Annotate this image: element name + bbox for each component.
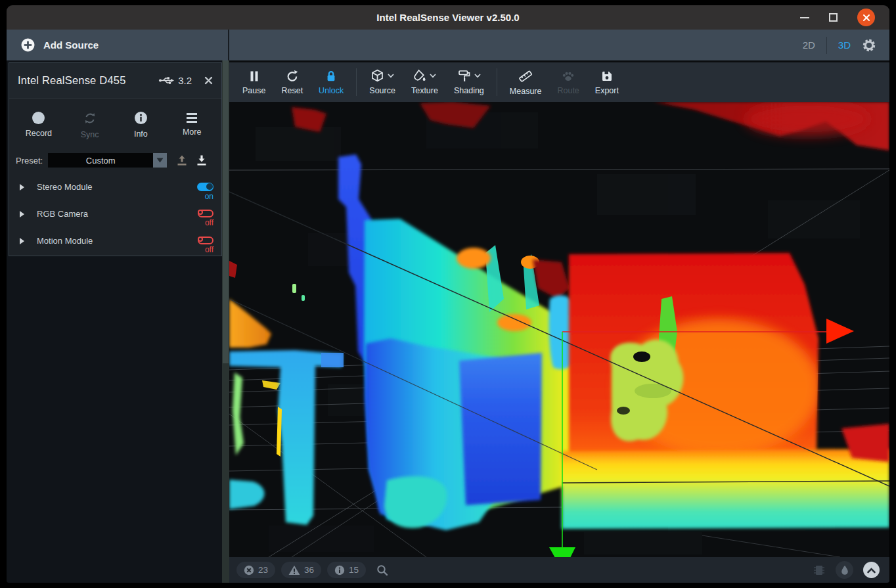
- maximize-button[interactable]: [829, 13, 838, 22]
- close-icon: [862, 14, 870, 22]
- motion-module-toggle[interactable]: [198, 237, 213, 244]
- device-panel-column: Intel RealSense D455 3.2: [7, 60, 229, 583]
- stereo-module-state: on: [205, 192, 213, 201]
- expand-arrow-icon: [19, 183, 25, 191]
- usb-version-badge: 3.2: [158, 75, 192, 86]
- caret-down-icon: [156, 158, 164, 163]
- status-bar: 23 36 15: [229, 557, 889, 583]
- route-button[interactable]: Route: [549, 62, 587, 102]
- preset-dropdown[interactable]: Custom: [48, 153, 153, 168]
- device-name: Intel RealSense D455: [18, 74, 126, 87]
- tab-3d[interactable]: 3D: [838, 39, 851, 51]
- search-icon: [376, 564, 388, 576]
- preset-caret-button[interactable]: [153, 153, 167, 168]
- expand-arrow-icon: [19, 237, 25, 245]
- cube-icon: [370, 69, 384, 83]
- chevron-up-icon: [866, 567, 876, 574]
- mode-divider: [826, 37, 827, 54]
- close-icon: [204, 76, 213, 85]
- device-actions: Record Sync: [9, 99, 221, 147]
- viewport-3d: Pause Reset Unlock: [229, 60, 889, 583]
- reset-button[interactable]: Reset: [273, 62, 311, 102]
- pointcloud-scene[interactable]: [229, 102, 889, 557]
- download-preset-button[interactable]: [196, 155, 207, 166]
- module-row-stereo[interactable]: Stereo Module on: [9, 173, 221, 200]
- preset-value: Custom: [86, 156, 116, 166]
- pause-button[interactable]: Pause: [235, 62, 273, 102]
- device-close-button[interactable]: [204, 76, 213, 85]
- settings-gear-icon[interactable]: [862, 38, 876, 53]
- device-panel-header: Intel RealSense D455 3.2: [9, 63, 221, 99]
- info-icon: [334, 565, 345, 576]
- add-source-button[interactable]: Add Source: [7, 30, 229, 60]
- reset-icon: [286, 70, 299, 83]
- cpu-chip-icon[interactable]: [813, 563, 826, 577]
- chevron-down-icon: [388, 74, 394, 78]
- water-drop-button[interactable]: [836, 561, 853, 579]
- close-button[interactable]: [857, 9, 875, 26]
- export-button[interactable]: Export: [587, 62, 627, 102]
- toolbar-divider: [497, 68, 497, 96]
- sync-button[interactable]: Sync: [64, 102, 116, 147]
- chevron-down-icon: [474, 74, 481, 78]
- pause-icon: [248, 70, 261, 83]
- more-button[interactable]: More: [166, 102, 217, 147]
- expand-arrow-icon: [19, 210, 25, 218]
- paw-icon: [561, 70, 575, 83]
- error-count: 23: [258, 565, 268, 575]
- texture-button[interactable]: Texture: [403, 62, 446, 102]
- rgb-camera-state: off: [205, 218, 213, 227]
- window-title: Intel RealSense Viewer v2.50.0: [376, 12, 519, 23]
- title-bar: Intel RealSense Viewer v2.50.0: [7, 5, 889, 30]
- log-search-button[interactable]: [376, 564, 388, 576]
- save-icon: [600, 70, 614, 83]
- header-bar: Add Source 2D 3D: [7, 30, 889, 60]
- record-button[interactable]: Record: [13, 102, 64, 147]
- app-window: Intel RealSense Viewer v2.50.0 Add Sourc…: [7, 5, 889, 583]
- source-button[interactable]: Source: [361, 62, 403, 102]
- preset-row: Preset: Custom: [9, 147, 221, 173]
- info-button[interactable]: Info: [116, 102, 167, 147]
- download-icon: [196, 155, 207, 166]
- lock-icon: [325, 70, 338, 83]
- scrollbar-thumb[interactable]: [223, 60, 229, 363]
- errors-pill[interactable]: 23: [236, 562, 275, 578]
- paint-bucket-icon: [413, 69, 426, 83]
- upload-preset-button[interactable]: [177, 155, 187, 166]
- chevron-down-icon: [430, 74, 436, 78]
- measure-button[interactable]: Measure: [502, 62, 550, 102]
- record-icon: [32, 112, 45, 124]
- paint-roller-icon: [457, 69, 471, 83]
- hamburger-icon: [187, 113, 197, 123]
- error-icon: [244, 565, 254, 576]
- sync-icon: [83, 111, 97, 125]
- minimize-button[interactable]: [800, 17, 809, 18]
- plus-circle-icon: [21, 38, 35, 52]
- preset-label: Preset:: [16, 156, 43, 166]
- usb-icon: [158, 76, 175, 85]
- device-panel: Intel RealSense D455 3.2: [9, 62, 222, 256]
- usb-version: 3.2: [178, 75, 192, 86]
- module-row-rgb[interactable]: RGB Camera off: [9, 200, 221, 227]
- panel-scrollbar[interactable]: [222, 60, 229, 583]
- info-pill[interactable]: 15: [327, 562, 366, 578]
- info-icon: [134, 111, 148, 125]
- stereo-module-toggle[interactable]: [197, 183, 213, 191]
- tab-2d[interactable]: 2D: [803, 39, 815, 51]
- warnings-pill[interactable]: 36: [281, 562, 321, 578]
- rgb-camera-toggle[interactable]: [198, 210, 213, 217]
- warning-icon: [288, 565, 300, 576]
- ruler-icon: [518, 69, 533, 83]
- unlock-button[interactable]: Unlock: [311, 62, 351, 102]
- main-area: Intel RealSense D455 3.2: [7, 60, 889, 583]
- collapse-log-button[interactable]: [863, 562, 880, 578]
- viewport-toolbar: Pause Reset Unlock: [229, 62, 889, 102]
- upload-icon: [177, 155, 187, 166]
- warning-count: 36: [304, 565, 314, 575]
- module-row-motion[interactable]: Motion Module off: [9, 227, 221, 254]
- toolbar-divider: [356, 68, 357, 96]
- add-source-label: Add Source: [43, 39, 99, 51]
- motion-module-state: off: [205, 245, 213, 254]
- info-count: 15: [349, 565, 359, 575]
- shading-button[interactable]: Shading: [446, 62, 492, 102]
